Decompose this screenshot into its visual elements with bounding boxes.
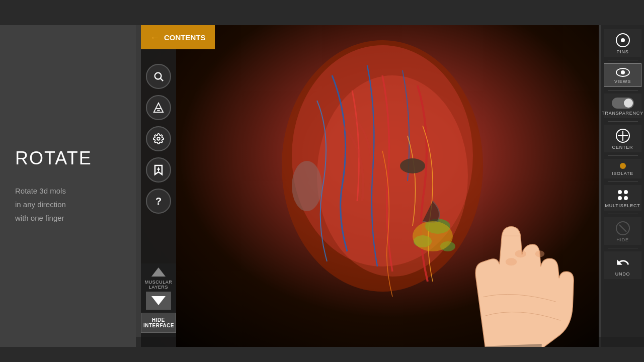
svg-point-4 [414,235,432,247]
ms-dot-1 [618,190,622,194]
anatomy-svg [141,25,599,347]
anatomy-background [141,25,599,347]
hide-interface-button[interactable]: HIDEINTERFACE [141,313,176,333]
ms-dot-2 [624,190,628,194]
ms-dot-3 [618,196,622,200]
triangle-down-icon [151,296,166,305]
right-sidebar: PINS VIEWS TRANSPARENCY CENTER ISOLATE [601,25,644,347]
layer-up-button[interactable] [151,267,166,277]
bottom-controls: MUSCULAR LAYERS HIDEINTERFACE [141,263,176,337]
svg-point-3 [425,219,450,234]
ms-dot-4 [624,196,628,200]
svg-point-2 [317,75,468,277]
svg-point-10 [515,250,526,257]
rotate-title: ROTATE [15,148,121,169]
isolate-label: ISOLATE [612,171,633,176]
center-crosshair-icon [616,129,630,143]
pins-label: PINS [616,49,628,54]
rotate-description: Rotate 3d molsin any directionwith one f… [15,184,121,225]
transparency-button[interactable]: TRANSPARENCY [604,94,641,118]
svg-point-5 [440,241,455,251]
divider-4 [608,155,638,156]
contents-button-container: ← CONTENTS [141,25,215,49]
center-button[interactable]: CENTER [604,125,641,152]
multiselect-label: MULTISELECT [605,203,640,208]
undo-icon [616,255,630,269]
views-label: VIEWS [614,79,631,84]
svg-marker-14 [154,103,163,112]
filter-button[interactable] [146,95,171,120]
svg-point-8 [413,221,453,251]
contents-button[interactable]: ← CONTENTS [141,25,215,49]
multiselect-icon [617,189,629,201]
svg-line-13 [160,78,163,81]
layer-down-button[interactable] [146,292,171,310]
svg-point-7 [400,158,425,173]
isolate-button[interactable]: ISOLATE [604,159,641,178]
views-button[interactable]: VIEWS [604,63,641,87]
undo-button[interactable]: UNDO [604,251,641,279]
top-bar [0,0,644,25]
svg-point-9 [506,258,517,265]
transparency-label: TRANSPARENCY [602,111,643,116]
hide-circle-icon [616,221,630,235]
contents-arrow-icon: ← [150,32,160,43]
divider-3 [608,121,638,122]
svg-point-11 [535,250,545,257]
pins-button[interactable]: PINS [604,29,641,57]
transparency-toggle [612,98,634,109]
svg-point-0 [282,40,483,292]
svg-point-12 [155,73,162,79]
settings-button[interactable] [146,126,171,151]
hide-button[interactable]: HIDE [604,217,641,245]
info-panel: ROTATE Rotate 3d molsin any directionwit… [0,25,136,347]
toggle-knob [624,99,633,108]
svg-point-1 [292,45,473,266]
svg-point-17 [157,137,160,140]
divider-6 [608,214,638,214]
center-label: CENTER [612,145,633,150]
hand-cursor [448,176,589,347]
help-button[interactable]: ? [146,189,171,214]
bookmark-button[interactable] [146,157,171,183]
crosshair-inner [618,131,628,141]
contents-label: CONTENTS [164,33,206,42]
main-viewport [141,25,599,347]
divider-5 [608,182,638,182]
divider-7 [608,248,638,248]
isolate-dot-icon [620,163,626,169]
hide-label: HIDE [616,237,629,242]
divider-2 [608,90,638,90]
pins-icon [616,33,630,47]
undo-label: UNDO [615,272,630,277]
muscular-layers-label: MUSCULAR LAYERS [141,280,176,290]
search-button[interactable] [146,64,171,89]
divider-1 [608,60,638,60]
svg-point-6 [292,161,322,211]
multiselect-button[interactable]: MULTISELECT [604,185,641,211]
views-eye-icon [616,68,630,77]
